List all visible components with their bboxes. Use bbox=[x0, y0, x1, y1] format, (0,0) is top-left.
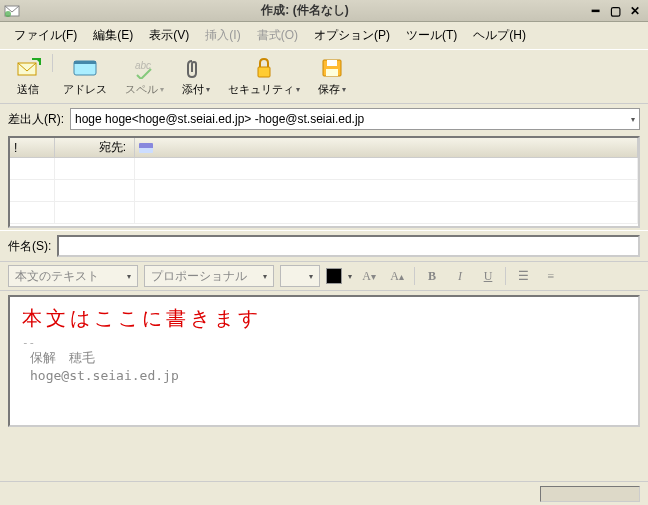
spell-button[interactable]: abc スペル▾ bbox=[117, 54, 172, 99]
recipient-row[interactable] bbox=[10, 158, 638, 180]
address-label: アドレス bbox=[63, 82, 107, 97]
body-annotation: 本文はここに書きます bbox=[22, 305, 626, 332]
spell-label: スペル bbox=[125, 82, 158, 97]
message-body-editor[interactable]: 本文はここに書きます -- 保解 穂毛 hoge@st.seiai.ed.jp bbox=[8, 295, 640, 427]
chevron-down-icon: ▾ bbox=[206, 85, 210, 94]
bold-button[interactable]: B bbox=[421, 266, 443, 286]
from-value: hoge hoge<hoge@st.seiai.ed.jp> -hoge@st.… bbox=[75, 112, 364, 126]
address-button[interactable]: アドレス bbox=[55, 54, 115, 99]
security-icon bbox=[250, 56, 278, 80]
svg-rect-6 bbox=[258, 67, 270, 77]
subject-input[interactable] bbox=[57, 235, 640, 257]
signature-name: 保解 穂毛 bbox=[30, 349, 626, 367]
attach-icon bbox=[182, 56, 210, 80]
recipient-row[interactable] bbox=[10, 180, 638, 202]
address-icon bbox=[71, 56, 99, 80]
svg-text:abc: abc bbox=[135, 60, 151, 71]
chevron-down-icon: ▾ bbox=[127, 272, 131, 281]
attach-button[interactable]: 添付▾ bbox=[174, 54, 218, 99]
attach-label: 添付 bbox=[182, 82, 204, 97]
menubar: ファイル(F) 編集(E) 表示(V) 挿入(I) 書式(O) オプション(P)… bbox=[0, 22, 648, 49]
send-icon bbox=[14, 56, 42, 80]
svg-rect-9 bbox=[326, 69, 338, 76]
recipients-col-priority[interactable]: ! bbox=[10, 138, 55, 157]
subject-label: 件名(S): bbox=[8, 238, 51, 255]
chevron-down-icon: ▾ bbox=[160, 85, 164, 94]
recipients-col-address[interactable] bbox=[135, 138, 638, 157]
increase-font-button[interactable]: A▴ bbox=[386, 266, 408, 286]
signature-email: hoge@st.seiai.ed.jp bbox=[30, 367, 626, 385]
italic-button[interactable]: I bbox=[449, 266, 471, 286]
maximize-button[interactable]: ▢ bbox=[606, 3, 624, 19]
svg-rect-8 bbox=[327, 60, 337, 66]
close-button[interactable]: ✕ bbox=[626, 3, 644, 19]
format-toolbar: 本文のテキスト ▾ プロポーショナル ▾ ▾ ▾ A▾ A▴ B I U ☰ ≡ bbox=[0, 261, 648, 291]
minimize-button[interactable]: ━ bbox=[586, 3, 604, 19]
menu-view[interactable]: 表示(V) bbox=[141, 24, 197, 47]
menu-file[interactable]: ファイル(F) bbox=[6, 24, 85, 47]
chevron-down-icon: ▾ bbox=[309, 272, 313, 281]
underline-button[interactable]: U bbox=[477, 266, 499, 286]
app-icon bbox=[4, 3, 20, 19]
spell-icon: abc bbox=[131, 56, 159, 80]
chevron-down-icon: ▾ bbox=[631, 115, 635, 124]
from-label: 差出人(R): bbox=[8, 111, 64, 128]
recipients-pane: ! 宛先: bbox=[8, 136, 640, 228]
status-progress bbox=[540, 486, 640, 502]
recipients-col-type[interactable]: 宛先: bbox=[55, 138, 135, 157]
from-row: 差出人(R): hoge hoge<hoge@st.seiai.ed.jp> -… bbox=[0, 104, 648, 134]
main-toolbar: 送信 アドレス abc スペル▾ 添付▾ セキュリティ▾ 保存▾ bbox=[0, 49, 648, 104]
save-icon bbox=[318, 56, 346, 80]
menu-format[interactable]: 書式(O) bbox=[249, 24, 306, 47]
signature-separator: -- bbox=[22, 336, 626, 349]
security-label: セキュリティ bbox=[228, 82, 294, 97]
send-label: 送信 bbox=[17, 82, 39, 97]
decrease-font-button[interactable]: A▾ bbox=[358, 266, 380, 286]
font-size-select[interactable]: ▾ bbox=[280, 265, 320, 287]
menu-insert[interactable]: 挿入(I) bbox=[197, 24, 248, 47]
save-button[interactable]: 保存▾ bbox=[310, 54, 354, 99]
paragraph-style-select[interactable]: 本文のテキスト ▾ bbox=[8, 265, 138, 287]
from-select[interactable]: hoge hoge<hoge@st.seiai.ed.jp> -hoge@st.… bbox=[70, 108, 640, 130]
font-select[interactable]: プロポーショナル ▾ bbox=[144, 265, 274, 287]
recipient-row[interactable] bbox=[10, 202, 638, 224]
subject-row: 件名(S): bbox=[0, 230, 648, 261]
chevron-down-icon: ▾ bbox=[263, 272, 267, 281]
chevron-down-icon[interactable]: ▾ bbox=[348, 272, 352, 281]
security-button[interactable]: セキュリティ▾ bbox=[220, 54, 308, 99]
chevron-down-icon: ▾ bbox=[296, 85, 300, 94]
save-label: 保存 bbox=[318, 82, 340, 97]
menu-options[interactable]: オプション(P) bbox=[306, 24, 398, 47]
text-color-button[interactable] bbox=[326, 268, 342, 284]
menu-tools[interactable]: ツール(T) bbox=[398, 24, 465, 47]
chevron-down-icon: ▾ bbox=[342, 85, 346, 94]
statusbar bbox=[0, 481, 648, 505]
svg-point-1 bbox=[5, 11, 11, 17]
number-list-button[interactable]: ≡ bbox=[540, 266, 562, 286]
titlebar: 作成: (件名なし) ━ ▢ ✕ bbox=[0, 0, 648, 22]
svg-rect-4 bbox=[74, 61, 96, 64]
menu-edit[interactable]: 編集(E) bbox=[85, 24, 141, 47]
window-title: 作成: (件名なし) bbox=[24, 2, 586, 19]
menu-help[interactable]: ヘルプ(H) bbox=[465, 24, 534, 47]
contact-card-icon bbox=[139, 143, 153, 153]
bullet-list-button[interactable]: ☰ bbox=[512, 266, 534, 286]
send-button[interactable]: 送信 bbox=[6, 54, 50, 99]
